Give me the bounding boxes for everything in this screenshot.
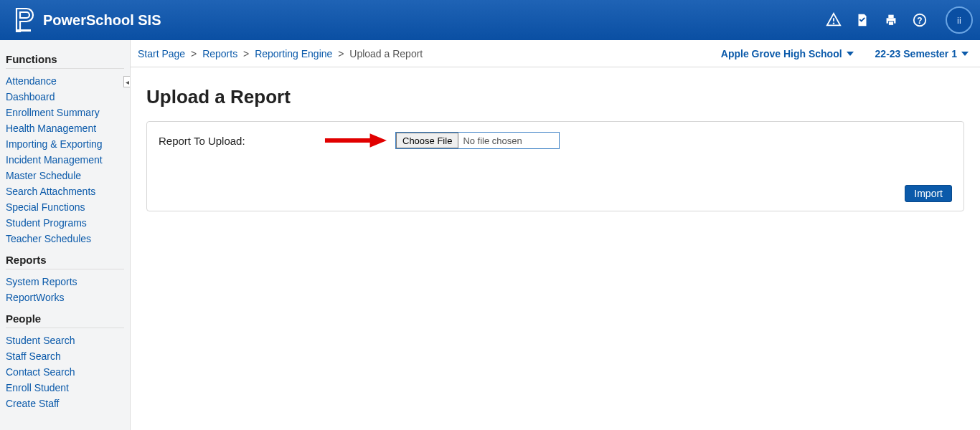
breadcrumb-current: Upload a Report [349, 48, 423, 59]
svg-point-2 [833, 22, 834, 24]
school-selector-label: Apple Grove High School [721, 48, 842, 59]
sidebar-item-student-search[interactable]: Student Search [6, 333, 124, 348]
svg-text:?: ? [917, 16, 922, 26]
sidebar-item-system-reports[interactable]: System Reports [6, 274, 124, 290]
app-header: PowerSchool SIS ? ii [0, 0, 980, 40]
help-icon[interactable]: ? [911, 11, 928, 29]
sidebar-item-incident-management[interactable]: Incident Management [6, 152, 124, 168]
breadcrumb-sep: > [191, 48, 197, 59]
svg-rect-5 [888, 22, 893, 26]
svg-marker-9 [370, 133, 387, 148]
sidebar-item-search-attachments[interactable]: Search Attachments [6, 183, 124, 199]
sidebar-item-contact-search[interactable]: Contact Search [6, 364, 124, 380]
sidebar-heading-people: People [6, 312, 130, 325]
svg-rect-0 [17, 29, 31, 32]
printer-icon[interactable] [882, 11, 900, 29]
term-selector[interactable]: 22-23 Semester 1 [875, 48, 969, 59]
upload-card: Report To Upload: Choose File No file ch… [146, 121, 964, 211]
sidebar-item-reportworks[interactable]: ReportWorks [6, 290, 124, 305]
svg-rect-4 [888, 15, 893, 19]
breadcrumb-reporting-engine[interactable]: Reporting Engine [255, 48, 332, 59]
alert-icon[interactable] [825, 11, 842, 29]
content: Upload a Report Report To Upload: Choose… [131, 67, 980, 211]
arrow-right-icon [324, 133, 387, 148]
sidebar: ◂ Functions Attendance Dashboard Enrollm… [0, 40, 131, 430]
user-avatar[interactable]: ii [946, 6, 973, 34]
breadcrumb-sep: > [243, 48, 249, 59]
sidebar-item-staff-search[interactable]: Staff Search [6, 348, 124, 364]
sidebar-item-special-functions[interactable]: Special Functions [6, 199, 124, 215]
breadcrumb-reports[interactable]: Reports [202, 48, 237, 59]
sidebar-item-dashboard[interactable]: Dashboard [6, 89, 124, 105]
topbar: Start Page > Reports > Reporting Engine … [131, 40, 980, 67]
breadcrumb-sep: > [338, 48, 344, 59]
choose-file-button[interactable]: Choose File [396, 133, 458, 148]
sidebar-item-importing-exporting[interactable]: Importing & Exporting [6, 136, 124, 152]
breadcrumb: Start Page > Reports > Reporting Engine … [138, 48, 423, 59]
annotation-arrow [324, 133, 395, 148]
header-toolbar: ? ii [825, 6, 973, 34]
logo[interactable]: PowerSchool SIS [13, 7, 161, 33]
sidebar-collapse-handle[interactable]: ◂ [123, 76, 131, 87]
document-check-icon[interactable] [854, 11, 871, 29]
sidebar-item-student-programs[interactable]: Student Programs [6, 215, 124, 231]
term-selector-label: 22-23 Semester 1 [875, 48, 957, 59]
upload-label: Report To Upload: [159, 135, 324, 147]
chevron-down-icon [847, 52, 854, 56]
school-selector[interactable]: Apple Grove High School [721, 48, 854, 59]
sidebar-item-master-schedule[interactable]: Master Schedule [6, 168, 124, 183]
sidebar-item-health-management[interactable]: Health Management [6, 120, 124, 136]
upload-row: Report To Upload: Choose File No file ch… [159, 130, 952, 150]
avatar-initials: ii [957, 15, 961, 26]
file-status-text: No file chosen [458, 135, 559, 146]
sidebar-heading-functions: Functions [6, 53, 130, 65]
sidebar-heading-reports: Reports [6, 254, 130, 266]
page-title: Upload a Report [146, 86, 964, 108]
file-input[interactable]: Choose File No file chosen [395, 132, 560, 149]
sidebar-item-create-staff[interactable]: Create Staff [6, 396, 124, 411]
breadcrumb-start-page[interactable]: Start Page [138, 48, 185, 59]
app-title: PowerSchool SIS [43, 12, 161, 29]
sidebar-item-teacher-schedules[interactable]: Teacher Schedules [6, 231, 124, 247]
chevron-down-icon [961, 52, 969, 56]
sidebar-item-enrollment-summary[interactable]: Enrollment Summary [6, 105, 124, 120]
import-button[interactable]: Import [905, 185, 952, 202]
sidebar-item-attendance[interactable]: Attendance [6, 73, 124, 89]
main-area: Start Page > Reports > Reporting Engine … [131, 40, 980, 430]
sidebar-item-enroll-student[interactable]: Enroll Student [6, 380, 124, 396]
powerschool-logo-icon [13, 7, 34, 33]
